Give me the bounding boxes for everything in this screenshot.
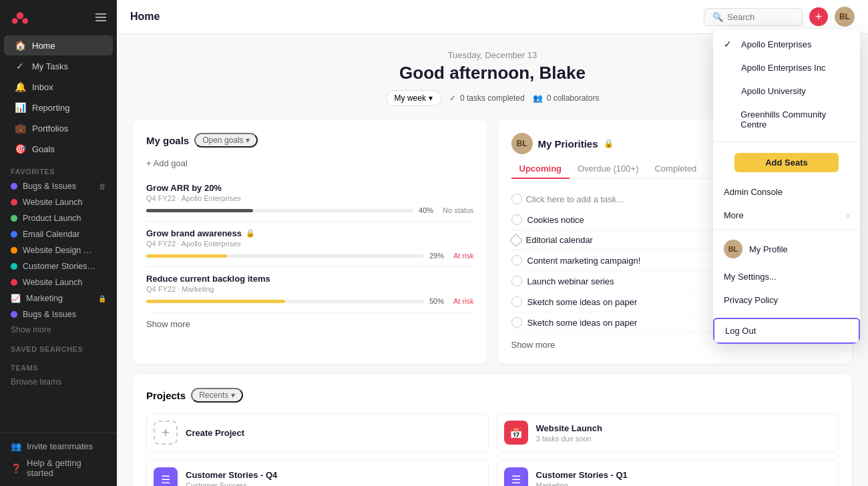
- add-seats-button[interactable]: Add Seats: [734, 153, 839, 172]
- org-item-apollo[interactable]: ✓ Apollo Enterprises: [713, 32, 860, 56]
- admin-console-item[interactable]: Admin Console: [713, 180, 860, 204]
- my-settings-item[interactable]: My Settings...: [713, 265, 860, 288]
- more-item[interactable]: More ›: [713, 204, 860, 227]
- log-out-item[interactable]: Log Out: [713, 318, 860, 344]
- add-seats-label: Add Seats: [765, 158, 808, 168]
- org-label-apollo: Apollo Enterprises: [741, 39, 812, 49]
- dropdown-avatar: BL: [724, 240, 742, 258]
- org-item-apollo-inc[interactable]: Apollo Enterprises Inc: [713, 56, 860, 79]
- my-settings-label: My Settings...: [724, 272, 777, 282]
- org-item-greenhills[interactable]: Greenhills Community Centre: [713, 103, 860, 136]
- admin-console-label: Admin Console: [724, 187, 783, 197]
- org-section: ✓ Apollo Enterprises Apollo Enterprises …: [713, 29, 860, 139]
- my-profile-label: My Profile: [749, 244, 788, 254]
- org-item-apollo-uni[interactable]: Apollo University: [713, 79, 860, 103]
- divider: [713, 142, 860, 142]
- dropdown-overlay: ✓ Apollo Enterprises Apollo Enterprises …: [0, 0, 868, 486]
- my-profile-item[interactable]: BL My Profile: [713, 233, 860, 265]
- check-icon: ✓: [724, 39, 734, 49]
- divider: [713, 314, 860, 315]
- org-label-greenhills: Greenhills Community Centre: [740, 109, 849, 130]
- privacy-policy-item[interactable]: Privacy Policy: [713, 288, 860, 312]
- chevron-right-icon: ›: [847, 211, 849, 220]
- privacy-policy-label: Privacy Policy: [724, 295, 778, 305]
- org-label-apollo-uni: Apollo University: [741, 86, 806, 96]
- org-label-apollo-inc: Apollo Enterprises Inc: [741, 63, 825, 73]
- divider: [713, 230, 860, 230]
- dropdown-menu: ✓ Apollo Enterprises Apollo Enterprises …: [713, 29, 860, 344]
- log-out-label: Log Out: [725, 326, 756, 336]
- more-label: More: [724, 210, 744, 220]
